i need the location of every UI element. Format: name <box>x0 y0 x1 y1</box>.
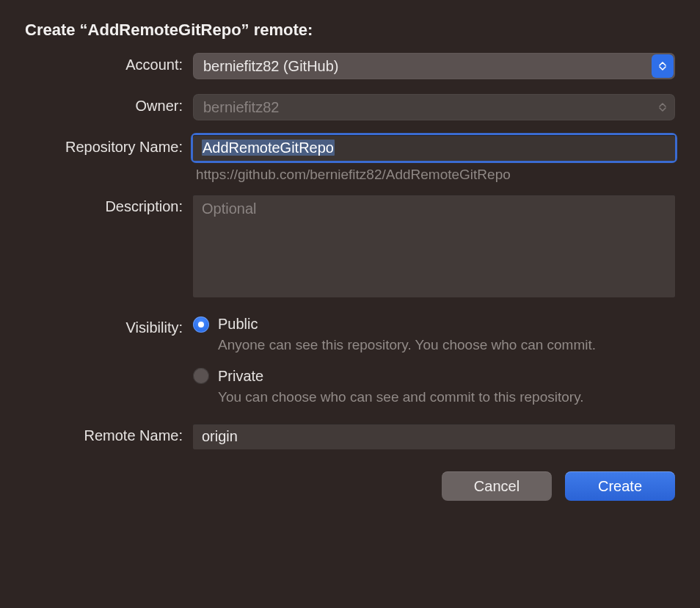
updown-arrows-icon <box>652 54 674 78</box>
owner-label: Owner: <box>25 94 193 115</box>
repository-name-value: AddRemoteGitRepo <box>202 140 335 156</box>
visibility-private-description: You can choose who can see and commit to… <box>193 388 604 407</box>
owner-value: berniefitz82 <box>203 99 279 116</box>
account-label: Account: <box>25 53 193 73</box>
description-label: Description: <box>25 195 193 215</box>
remote-name-input[interactable]: origin <box>193 424 675 449</box>
cancel-button[interactable]: Cancel <box>442 471 552 501</box>
remote-name-label: Remote Name: <box>25 424 193 444</box>
repository-name-label: Repository Name: <box>25 135 193 156</box>
account-popup[interactable]: berniefitz82 (GitHub) <box>193 53 675 79</box>
description-textarea[interactable] <box>193 195 675 297</box>
dialog-title: Create “AddRemoteGitRepo” remote: <box>25 21 675 40</box>
visibility-label: Visibility: <box>25 316 193 336</box>
url-preview: https://github.com/berniefitz82/AddRemot… <box>193 167 675 183</box>
visibility-public-radio[interactable] <box>193 316 209 333</box>
visibility-private-radio[interactable] <box>193 368 209 384</box>
account-value: berniefitz82 (GitHub) <box>203 58 339 75</box>
visibility-private-label: Private <box>218 368 263 385</box>
visibility-public-label: Public <box>218 316 258 333</box>
visibility-public-description: Anyone can see this repository. You choo… <box>193 336 604 355</box>
create-button[interactable]: Create <box>565 471 675 501</box>
owner-popup: berniefitz82 <box>193 94 675 120</box>
updown-arrows-icon <box>652 95 674 119</box>
repository-name-input[interactable]: AddRemoteGitRepo <box>193 135 675 161</box>
